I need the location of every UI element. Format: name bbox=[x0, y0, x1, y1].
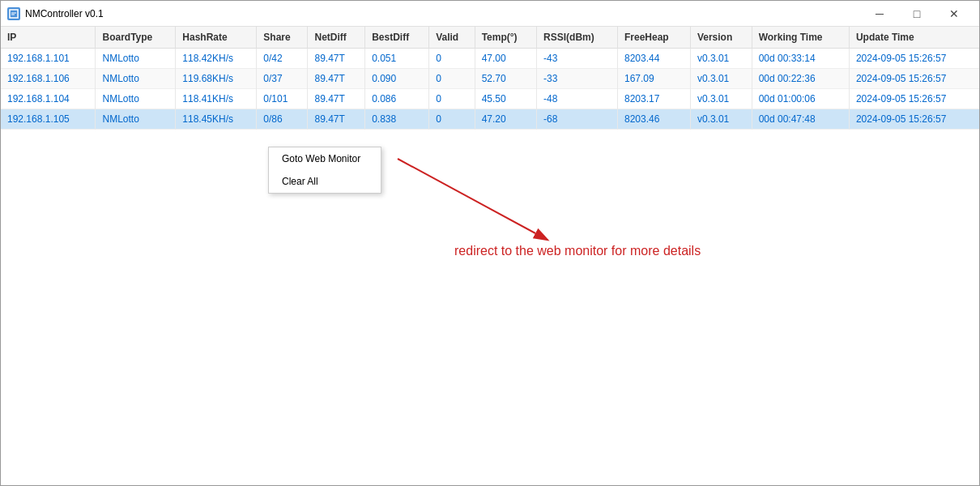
col-header-boardtype: BoardType bbox=[96, 27, 176, 49]
table-cell: 118.45KH/s bbox=[176, 109, 257, 130]
table-cell: 192.168.1.104 bbox=[1, 89, 96, 109]
table-cell: 0.051 bbox=[365, 49, 429, 69]
table-cell: 0 bbox=[429, 69, 475, 89]
table-header-row: IP BoardType HashRate Share NetDiff Best… bbox=[1, 27, 979, 49]
table-cell: 00d 01:00:06 bbox=[752, 89, 849, 109]
col-header-update-time: Update Time bbox=[849, 27, 979, 49]
table-cell: 167.09 bbox=[617, 69, 690, 89]
table-cell: v0.3.01 bbox=[690, 89, 752, 109]
table-cell: 0.838 bbox=[365, 109, 429, 130]
table-cell: 2024-09-05 15:26:57 bbox=[849, 49, 979, 69]
maximize-button[interactable]: □ bbox=[898, 1, 935, 27]
minimize-button[interactable]: ─ bbox=[861, 1, 898, 27]
table-cell: 192.168.1.101 bbox=[1, 49, 96, 69]
table-cell: 0 bbox=[429, 89, 475, 109]
table-row[interactable]: 192.168.1.104NMLotto118.41KH/s0/10189.47… bbox=[1, 89, 979, 109]
close-button[interactable]: ✕ bbox=[935, 1, 973, 27]
col-header-working-time: Working Time bbox=[752, 27, 849, 49]
clear-all-menu-item[interactable]: Clear All bbox=[269, 170, 381, 193]
table-cell: 192.168.1.105 bbox=[1, 109, 96, 130]
table-cell: 8203.46 bbox=[617, 109, 690, 130]
table-cell: 2024-09-05 15:26:57 bbox=[849, 109, 979, 130]
table-cell: 89.47T bbox=[308, 69, 365, 89]
table-cell: 8203.44 bbox=[617, 49, 690, 69]
col-header-bestdiff: BestDiff bbox=[365, 27, 429, 49]
table-cell: v0.3.01 bbox=[690, 69, 752, 89]
content-area: IP BoardType HashRate Share NetDiff Best… bbox=[1, 27, 979, 485]
col-header-valid: Valid bbox=[429, 27, 475, 49]
table-cell: -48 bbox=[537, 89, 618, 109]
table-cell: v0.3.01 bbox=[690, 49, 752, 69]
table-body: 192.168.1.101NMLotto118.42KH/s0/4289.47T… bbox=[1, 49, 979, 130]
table-cell: v0.3.01 bbox=[690, 109, 752, 130]
svg-line-4 bbox=[398, 159, 535, 233]
table-cell: 00d 00:22:36 bbox=[752, 69, 849, 89]
goto-web-monitor-menu-item[interactable]: Goto Web Monitor bbox=[269, 147, 381, 170]
col-header-rssi: RSSI(dBm) bbox=[537, 27, 618, 49]
context-menu: Goto Web MonitorClear All bbox=[268, 147, 381, 194]
annotation-text: redirect to the web monitor for more det… bbox=[454, 244, 701, 258]
table-cell: 192.168.1.106 bbox=[1, 69, 96, 89]
table-cell: NMLotto bbox=[96, 49, 176, 69]
table-cell: 47.20 bbox=[475, 109, 536, 130]
main-window: NMController v0.1 ─ □ ✕ IP BoardType Has… bbox=[0, 0, 980, 486]
table-cell: NMLotto bbox=[96, 69, 176, 89]
table-cell: 0/42 bbox=[257, 49, 308, 69]
app-icon bbox=[7, 7, 20, 20]
table-cell: 119.68KH/s bbox=[176, 69, 257, 89]
table-cell: 8203.17 bbox=[617, 89, 690, 109]
title-bar: NMController v0.1 ─ □ ✕ bbox=[1, 1, 979, 27]
col-header-temp: Temp(°) bbox=[475, 27, 536, 49]
table-cell: 45.50 bbox=[475, 89, 536, 109]
table-cell: 00d 00:33:14 bbox=[752, 49, 849, 69]
table-cell: -33 bbox=[537, 69, 618, 89]
window-controls: ─ □ ✕ bbox=[861, 1, 973, 27]
table-row[interactable]: 192.168.1.105NMLotto118.45KH/s0/8689.47T… bbox=[1, 109, 979, 130]
table-cell: NMLotto bbox=[96, 109, 176, 130]
table-cell: 2024-09-05 15:26:57 bbox=[849, 69, 979, 89]
table-row[interactable]: 192.168.1.101NMLotto118.42KH/s0/4289.47T… bbox=[1, 49, 979, 69]
table-cell: -68 bbox=[537, 109, 618, 130]
col-header-share: Share bbox=[257, 27, 308, 49]
table-cell: 89.47T bbox=[308, 89, 365, 109]
table-cell: 00d 00:47:48 bbox=[752, 109, 849, 130]
table-cell: 0/101 bbox=[257, 89, 308, 109]
window-title: NMController v0.1 bbox=[25, 8, 861, 19]
table-cell: 118.42KH/s bbox=[176, 49, 257, 69]
table-cell: 0/37 bbox=[257, 69, 308, 89]
svg-rect-0 bbox=[10, 10, 18, 18]
table-cell: 52.70 bbox=[475, 69, 536, 89]
col-header-version: Version bbox=[690, 27, 752, 49]
table-cell: NMLotto bbox=[96, 89, 176, 109]
table-cell: 2024-09-05 15:26:57 bbox=[849, 89, 979, 109]
col-header-netdiff: NetDiff bbox=[308, 27, 365, 49]
table-cell: 89.47T bbox=[308, 109, 365, 130]
col-header-ip: IP bbox=[1, 27, 96, 49]
table-cell: 0 bbox=[429, 49, 475, 69]
table-cell: 89.47T bbox=[308, 49, 365, 69]
table-cell: 47.00 bbox=[475, 49, 536, 69]
col-header-freeheap: FreeHeap bbox=[617, 27, 690, 49]
table-cell: -43 bbox=[537, 49, 618, 69]
device-table: IP BoardType HashRate Share NetDiff Best… bbox=[1, 27, 979, 130]
table-row[interactable]: 192.168.1.106NMLotto119.68KH/s0/3789.47T… bbox=[1, 69, 979, 89]
table-cell: 0.090 bbox=[365, 69, 429, 89]
table-cell: 0/86 bbox=[257, 109, 308, 130]
col-header-hashrate: HashRate bbox=[176, 27, 257, 49]
table-cell: 0.086 bbox=[365, 89, 429, 109]
table-cell: 0 bbox=[429, 109, 475, 130]
table-cell: 118.41KH/s bbox=[176, 89, 257, 109]
